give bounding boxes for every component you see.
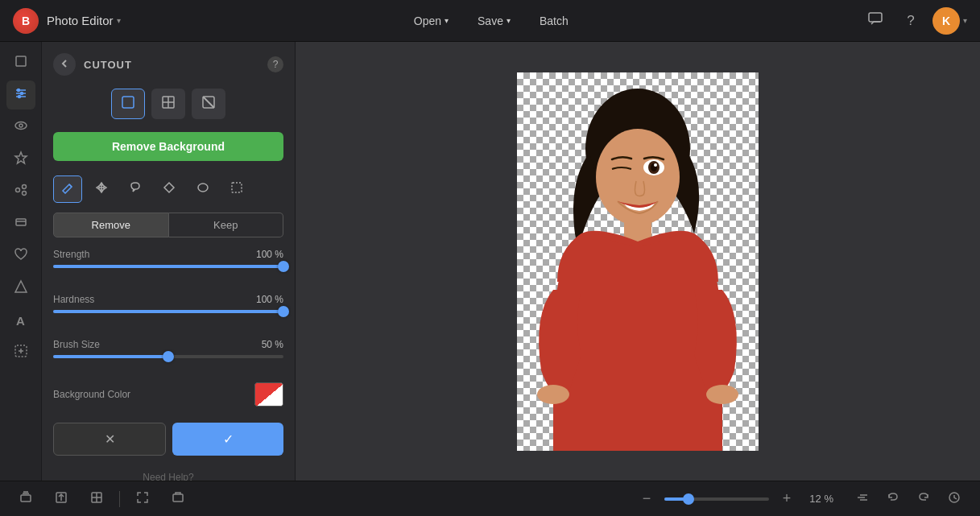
hardness-value: 100 %	[256, 294, 283, 305]
zoom-slider-track[interactable]	[664, 497, 769, 501]
export-icon	[54, 490, 68, 508]
brush-size-fill	[53, 355, 168, 358]
remove-tab[interactable]: Remove	[53, 213, 169, 237]
image-container	[517, 72, 759, 451]
sidebar-item-effects[interactable]	[6, 177, 35, 206]
grid-button[interactable]	[84, 486, 110, 512]
svg-point-8	[15, 122, 27, 130]
svg-marker-29	[97, 186, 99, 189]
shapes-icon	[14, 279, 28, 297]
arrange-forward-icon	[855, 490, 870, 508]
svg-marker-27	[100, 183, 103, 185]
zoom-out-button[interactable]: −	[635, 488, 658, 510]
sidebar-item-adjustments[interactable]	[6, 80, 35, 109]
need-help-link[interactable]: Need Help?	[42, 465, 295, 481]
svg-point-34	[198, 184, 208, 192]
arrange-forward-button[interactable]	[850, 486, 875, 512]
strength-label: Strength	[53, 249, 89, 260]
redo-button[interactable]	[911, 486, 937, 512]
svg-rect-35	[232, 183, 242, 192]
background-color-row: Background Color	[42, 376, 295, 413]
undo-button[interactable]	[880, 486, 906, 512]
zoom-value: 12 %	[804, 493, 833, 505]
cutout-panel: CUTOUT ?	[42, 42, 296, 481]
sidebar-item-filter[interactable]	[6, 113, 35, 142]
batch-button[interactable]: Batch	[528, 10, 580, 32]
cutout-help-button[interactable]: ?	[267, 56, 283, 72]
bg-color-swatch[interactable]	[254, 382, 283, 407]
sidebar-item-shapes[interactable]	[6, 274, 35, 303]
help-button[interactable]: ?	[897, 7, 924, 35]
move-tool-button[interactable]	[87, 175, 116, 203]
comment-button[interactable]	[862, 7, 889, 35]
strength-thumb[interactable]	[278, 261, 289, 272]
rect-select-icon	[163, 181, 176, 197]
canvas-area[interactable]	[296, 42, 980, 481]
back-icon	[60, 58, 69, 71]
sidebar-item-hearts[interactable]	[6, 241, 35, 270]
transform-icon	[160, 94, 176, 114]
icon-strip: A	[0, 42, 42, 481]
confirm-cancel-row: ✕ ✓	[53, 423, 283, 456]
bottom-right-actions	[850, 486, 967, 512]
svg-rect-54	[173, 494, 183, 502]
open-button[interactable]: Open ▾	[403, 10, 460, 32]
svg-point-5	[17, 89, 19, 92]
oval-select-button[interactable]	[188, 175, 217, 203]
fit-to-screen-button[interactable]	[130, 486, 155, 512]
actual-size-icon	[171, 490, 185, 508]
brush-tool-button[interactable]	[53, 175, 82, 203]
back-button[interactable]	[53, 53, 76, 76]
app-title-text: Photo Editor	[47, 14, 114, 27]
lasso-tool-button[interactable]	[121, 175, 150, 203]
star-icon	[14, 151, 28, 168]
strength-track[interactable]	[53, 265, 283, 268]
save-button[interactable]: Save ▾	[466, 10, 522, 32]
hardness-fill	[53, 310, 283, 313]
brush-size-thumb[interactable]	[163, 351, 174, 362]
cutout-header: CUTOUT ?	[42, 42, 295, 84]
erase-button[interactable]	[192, 89, 225, 119]
app-title-btn[interactable]: Photo Editor ▾	[47, 14, 121, 27]
hardness-thumb[interactable]	[278, 306, 289, 317]
remove-background-button[interactable]: Remove Background	[53, 132, 283, 161]
smart-cutout-icon	[120, 94, 136, 114]
sidebar-item-text[interactable]: A	[6, 306, 35, 335]
confirm-button[interactable]: ✓	[172, 423, 283, 456]
zoom-controls: − + 12 %	[635, 488, 833, 510]
transform-cutout-button[interactable]	[151, 89, 185, 119]
sidebar-item-presets[interactable]	[6, 145, 35, 174]
history-button[interactable]	[941, 486, 967, 512]
export-button[interactable]	[48, 486, 74, 512]
pencil-icon	[61, 181, 74, 197]
keep-tab[interactable]: Keep	[169, 213, 284, 237]
eye-icon	[14, 118, 28, 136]
svg-rect-36	[255, 383, 283, 407]
smart-cutout-button[interactable]	[111, 89, 145, 119]
sidebar-item-layers[interactable]	[6, 209, 35, 238]
remove-keep-tabs: Remove Keep	[53, 213, 283, 237]
layers-bottom-button[interactable]	[13, 486, 39, 512]
hardness-track[interactable]	[53, 310, 283, 313]
rect-select-button[interactable]	[155, 175, 184, 203]
sidebar-item-draw[interactable]	[6, 338, 35, 367]
user-avatar[interactable]: K	[932, 7, 960, 35]
dotted-rect-icon	[230, 181, 243, 197]
svg-point-13	[22, 192, 26, 196]
actual-size-button[interactable]	[165, 486, 191, 512]
zoom-in-button[interactable]: +	[775, 488, 798, 510]
brush-size-track[interactable]	[53, 355, 283, 358]
grid-icon	[89, 490, 104, 508]
text-icon: A	[16, 314, 25, 328]
dotted-rect-button[interactable]	[222, 175, 251, 203]
cancel-button[interactable]: ✕	[53, 423, 166, 456]
topbar-right: ? K ▾	[862, 7, 967, 35]
svg-rect-1	[16, 56, 26, 66]
svg-point-6	[20, 93, 23, 95]
draw-icon	[14, 344, 28, 361]
zoom-slider-thumb[interactable]	[683, 493, 694, 505]
sidebar-item-crop[interactable]	[6, 48, 35, 77]
brush-size-slider-section: Brush Size 50 %	[42, 331, 295, 376]
svg-marker-30	[104, 186, 106, 189]
brush-size-label: Brush Size	[53, 339, 100, 350]
